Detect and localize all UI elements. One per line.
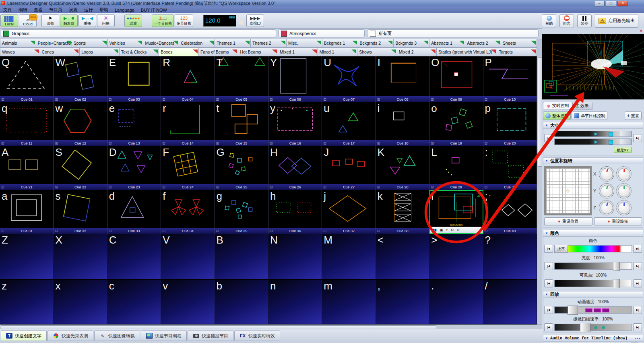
reset-rotation-button[interactable]: +重设旋转 <box>594 217 642 225</box>
position-pad[interactable]: ◇ <box>544 166 592 215</box>
menu-item[interactable]: 编辑 <box>15 7 31 13</box>
one-cue-button[interactable]: 1□□一个节目格 <box>152 14 174 27</box>
scan-rate-slider[interactable] <box>554 324 632 331</box>
empty-cue-cell[interactable]: v <box>161 280 215 324</box>
all-pages-checkbox[interactable] <box>370 31 376 37</box>
metronome-icon[interactable] <box>239 17 244 25</box>
empty-cue-cell[interactable]: , <box>376 280 429 324</box>
cue-cell[interactable]: h⊡Cue 36 <box>268 190 322 234</box>
move-icon[interactable]: + <box>446 227 448 233</box>
tab-effects[interactable]: Σ效果 <box>572 102 592 110</box>
minimize-button[interactable]: – <box>594 1 605 6</box>
cue-cell[interactable]: W⊡Cue 02 <box>54 56 107 102</box>
category-tab[interactable]: Mixed 1 <box>318 48 358 56</box>
visible-points-slider[interactable] <box>554 280 632 287</box>
slider-handle[interactable] <box>609 132 613 136</box>
restart-button[interactable]: ▶↔◀重播 <box>78 14 96 27</box>
pause-button[interactable]: 暂停 <box>577 14 592 27</box>
empty-cue-cell[interactable]: C <box>107 234 161 280</box>
category-tab[interactable]: Abstracts 2 <box>465 39 501 48</box>
color-normal-button[interactable]: 正常 <box>554 245 568 253</box>
slider-min-button[interactable]: |◀ <box>544 279 553 287</box>
cue-cell[interactable]: L⊡Cue 29 <box>429 146 483 190</box>
cue-cell[interactable]: Y⊡Cue 06 <box>268 56 322 102</box>
y-fine-knob[interactable] <box>616 183 632 198</box>
bottom-tab-quick-fx[interactable]: FX快速实时特效 <box>234 331 280 341</box>
category-tab[interactable]: Abstracts 1 <box>429 39 465 48</box>
local-button[interactable]: Local <box>0 14 18 27</box>
empty-cue-cell[interactable]: z <box>0 280 54 324</box>
empty-cue-cell[interactable]: x <box>54 280 107 324</box>
cue-cell[interactable]: t⊡Cue 15 <box>215 102 268 146</box>
category-tab[interactable]: Logos <box>80 48 120 56</box>
category-tab[interactable]: Celebration <box>179 39 215 48</box>
audio-section-header[interactable]: ▼Audio Volume for Timeline (show)··· <box>543 335 643 342</box>
category-tab[interactable]: Bckgrnds 1 <box>322 39 358 48</box>
slider-max-button[interactable]: ▶| <box>633 306 642 314</box>
slider-max-button[interactable]: ▶| <box>633 245 642 253</box>
category-tab[interactable]: Sheets <box>501 39 537 48</box>
slider-min-button[interactable]: |◀ <box>544 306 553 314</box>
menu-item[interactable]: 运行 <box>81 7 96 13</box>
cue-cell[interactable]: f⊡Cue 34 <box>161 190 215 234</box>
bottom-tab-quick-text[interactable]: T快速创建文字 <box>1 331 47 341</box>
lock-xy-button[interactable]: 锁定XY <box>614 147 632 153</box>
empty-cue-cell[interactable]: < <box>376 234 429 280</box>
category-tab[interactable]: Statics (great with Virtual LJ) <box>437 48 497 56</box>
menu-item[interactable]: 查看 <box>31 7 46 13</box>
category-tab[interactable]: Misc. <box>287 39 322 48</box>
bottom-tab-quick-trace[interactable]: ✎快速图像转换 <box>94 331 140 341</box>
cue-cell[interactable]: :⊡Cue 30 <box>483 146 537 190</box>
cue-cell[interactable]: Q⊡Cue 01 <box>0 56 54 102</box>
category-tab[interactable]: Themes 1 <box>215 39 251 48</box>
z-fine-knob[interactable] <box>616 200 632 215</box>
animation-speed-slider[interactable] <box>554 306 632 314</box>
cue-cell[interactable]: s⊡Cue 32 <box>54 190 107 234</box>
menu-item[interactable]: 设置 <box>66 7 81 13</box>
slider-max-button[interactable]: ▶| <box>633 262 642 270</box>
cue-cell[interactable]: r⊡Cue 14 <box>161 102 215 146</box>
slider-thumb[interactable] <box>613 279 620 288</box>
menu-item[interactable]: Language <box>111 8 138 12</box>
bottom-tab-quick-capture[interactable]: 快速捕捉节目 <box>188 331 233 341</box>
slider-handle[interactable] <box>609 140 613 145</box>
cue-cell[interactable]: o⊡Cue 19 <box>429 102 483 146</box>
slider-thumb[interactable] <box>613 262 620 271</box>
panel-close-icon[interactable]: ✕ <box>640 29 643 33</box>
cue-cell[interactable]: A⊡Cue 21 <box>0 146 54 190</box>
master-control-button[interactable]: 整体控制 <box>543 112 571 120</box>
category-tab[interactable]: Hot Beams <box>238 48 278 56</box>
cue-cell[interactable]: E⊡Cue 03 <box>107 56 161 102</box>
cue-cell[interactable]: F⊡Cue 24 <box>161 146 215 190</box>
multi-cue-button[interactable]: 123多节目格 <box>175 14 193 27</box>
empty-cue-cell[interactable]: c <box>107 280 161 324</box>
page-tab-atmospherics[interactable]: Atmospherics <box>279 29 365 37</box>
category-tab[interactable]: Animals <box>0 39 36 48</box>
empty-cue-cell[interactable]: N <box>268 234 322 280</box>
bpm-display[interactable]: 120.0 BPM <box>203 15 236 27</box>
slider-thumb[interactable] <box>580 323 590 332</box>
enable-laser-button[interactable]: ⚠启用激光输出 <box>595 14 638 28</box>
menu-item[interactable]: 节目页 <box>46 7 66 13</box>
cue-cell[interactable]: g⊡Cue 35 <box>215 190 268 234</box>
audio-more-button[interactable]: ··· <box>635 336 641 341</box>
category-tab[interactable]: Waves <box>0 48 40 56</box>
pause-icon[interactable]: ▮▮ <box>433 227 437 233</box>
category-tab[interactable]: Music+Dancers <box>143 39 179 48</box>
cue-cell[interactable]: J⊡Cue 27 <box>322 146 376 190</box>
trigger-button[interactable]: ▶↔■触发器 <box>60 14 78 27</box>
empty-cue-cell[interactable]: / <box>483 280 537 324</box>
position-section-header[interactable]: ▼位置和旋转 <box>543 158 643 164</box>
reset-button[interactable]: +重置 <box>625 112 642 120</box>
slider-max-button[interactable]: ▶| <box>633 323 642 331</box>
size-y-slider[interactable] <box>554 139 632 145</box>
empty-cue-cell[interactable]: ? <box>483 234 537 280</box>
cue-cell[interactable]: w⊡Cue 12 <box>54 102 107 146</box>
category-tab[interactable]: Targets <box>497 48 537 56</box>
brightness-slider[interactable] <box>554 262 632 270</box>
x-position-knob[interactable] <box>599 166 614 182</box>
transition-button[interactable]: ●●●●●过渡 <box>124 14 142 27</box>
category-tab[interactable]: People+Characters <box>36 39 72 48</box>
cue-cell[interactable]: i⊡Cue 18 <box>376 102 429 146</box>
x-fine-knob[interactable] <box>616 166 632 182</box>
